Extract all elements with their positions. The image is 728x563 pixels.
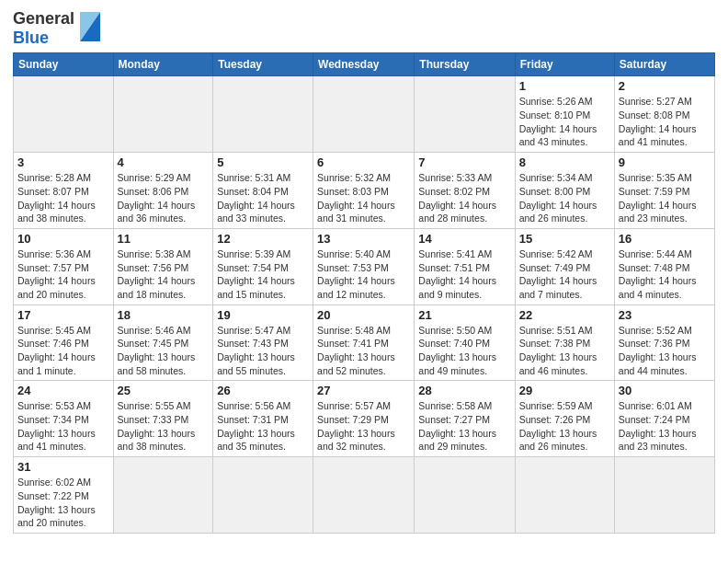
day-cell [614,457,714,534]
day-info: Sunrise: 5:29 AM Sunset: 8:06 PM Dayligh… [118,171,210,225]
day-cell: 7Sunrise: 5:33 AM Sunset: 8:02 PM Daylig… [415,153,515,229]
logo-blue: Blue [13,29,49,47]
day-info: Sunrise: 5:33 AM Sunset: 8:02 PM Dayligh… [418,171,510,225]
header-saturday: Saturday [614,53,714,76]
week-row-2: 3Sunrise: 5:28 AM Sunset: 8:07 PM Daylig… [14,153,715,229]
day-number: 12 [217,232,309,246]
day-number: 23 [619,308,711,322]
day-info: Sunrise: 5:28 AM Sunset: 8:07 PM Dayligh… [17,171,109,225]
day-info: Sunrise: 5:52 AM Sunset: 7:36 PM Dayligh… [619,324,711,378]
day-number: 29 [519,384,610,397]
logo-wordmark: General Blue [13,9,74,47]
day-cell: 18Sunrise: 5:46 AM Sunset: 7:45 PM Dayli… [113,304,213,381]
day-number: 27 [317,384,410,397]
day-info: Sunrise: 5:45 AM Sunset: 7:46 PM Dayligh… [17,324,109,378]
day-info: Sunrise: 5:35 AM Sunset: 7:59 PM Dayligh… [619,171,711,225]
day-number: 20 [317,308,410,322]
day-cell: 25Sunrise: 5:55 AM Sunset: 7:33 PM Dayli… [113,381,213,457]
header-sunday: Sunday [14,53,114,76]
day-number: 19 [217,308,309,322]
day-cell: 22Sunrise: 5:51 AM Sunset: 7:38 PM Dayli… [515,304,614,381]
day-cell: 26Sunrise: 5:56 AM Sunset: 7:31 PM Dayli… [213,381,313,457]
day-cell: 20Sunrise: 5:48 AM Sunset: 7:41 PM Dayli… [313,304,415,381]
day-number: 4 [118,155,210,169]
day-info: Sunrise: 5:44 AM Sunset: 7:48 PM Dayligh… [619,247,711,302]
day-cell: 3Sunrise: 5:28 AM Sunset: 8:07 PM Daylig… [14,153,114,229]
day-info: Sunrise: 5:57 AM Sunset: 7:29 PM Dayligh… [317,399,410,454]
day-number: 11 [118,232,210,246]
day-number: 17 [17,308,109,322]
day-cell: 28Sunrise: 5:58 AM Sunset: 7:27 PM Dayli… [415,381,515,457]
calendar-table: Sunday Monday Tuesday Wednesday Thursday… [13,52,715,534]
day-cell: 24Sunrise: 5:53 AM Sunset: 7:34 PM Dayli… [14,381,114,457]
day-info: Sunrise: 6:01 AM Sunset: 7:24 PM Dayligh… [619,399,711,454]
day-info: Sunrise: 5:46 AM Sunset: 7:45 PM Dayligh… [118,324,210,378]
day-number: 5 [217,155,309,169]
day-cell [213,457,313,534]
day-number: 18 [118,308,210,322]
day-cell: 16Sunrise: 5:44 AM Sunset: 7:48 PM Dayli… [614,228,714,304]
day-cell [313,457,415,534]
week-row-4: 17Sunrise: 5:45 AM Sunset: 7:46 PM Dayli… [14,304,715,381]
day-cell: 27Sunrise: 5:57 AM Sunset: 7:29 PM Dayli… [313,381,415,457]
week-row-6: 31Sunrise: 6:02 AM Sunset: 7:22 PM Dayli… [14,457,715,534]
day-number: 8 [519,155,610,169]
day-cell: 29Sunrise: 5:59 AM Sunset: 7:26 PM Dayli… [515,381,614,457]
day-number: 25 [118,384,210,397]
week-row-5: 24Sunrise: 5:53 AM Sunset: 7:34 PM Dayli… [14,381,715,457]
day-info: Sunrise: 5:58 AM Sunset: 7:27 PM Dayligh… [418,399,510,454]
day-info: Sunrise: 5:47 AM Sunset: 7:43 PM Dayligh… [217,324,309,378]
day-cell: 8Sunrise: 5:34 AM Sunset: 8:00 PM Daylig… [515,153,614,229]
day-cell: 11Sunrise: 5:38 AM Sunset: 7:56 PM Dayli… [113,228,213,304]
header-thursday: Thursday [415,53,515,76]
day-cell [515,457,614,534]
day-cell: 15Sunrise: 5:42 AM Sunset: 7:49 PM Dayli… [515,228,614,304]
day-number: 3 [17,155,109,169]
day-number: 1 [519,79,610,93]
day-info: Sunrise: 5:59 AM Sunset: 7:26 PM Dayligh… [519,399,610,454]
day-number: 14 [418,232,510,246]
day-cell: 21Sunrise: 5:50 AM Sunset: 7:40 PM Dayli… [415,304,515,381]
day-cell: 19Sunrise: 5:47 AM Sunset: 7:43 PM Dayli… [213,304,313,381]
day-number: 16 [619,232,711,246]
day-info: Sunrise: 5:56 AM Sunset: 7:31 PM Dayligh… [217,399,309,454]
day-cell: 5Sunrise: 5:31 AM Sunset: 8:04 PM Daylig… [213,153,313,229]
day-number: 28 [418,384,510,397]
day-number: 13 [317,232,410,246]
day-number: 15 [519,232,610,246]
day-info: Sunrise: 6:02 AM Sunset: 7:22 PM Dayligh… [17,476,109,530]
day-cell: 10Sunrise: 5:36 AM Sunset: 7:57 PM Dayli… [14,228,114,304]
week-row-3: 10Sunrise: 5:36 AM Sunset: 7:57 PM Dayli… [14,228,715,304]
day-cell: 31Sunrise: 6:02 AM Sunset: 7:22 PM Dayli… [14,457,114,534]
day-number: 30 [619,384,711,397]
day-cell: 14Sunrise: 5:41 AM Sunset: 7:51 PM Dayli… [415,228,515,304]
day-number: 26 [217,384,309,397]
day-number: 10 [17,232,109,246]
day-info: Sunrise: 5:38 AM Sunset: 7:56 PM Dayligh… [118,247,210,302]
day-cell: 2Sunrise: 5:27 AM Sunset: 8:08 PM Daylig… [614,76,714,153]
day-info: Sunrise: 5:55 AM Sunset: 7:33 PM Dayligh… [118,399,210,454]
day-info: Sunrise: 5:51 AM Sunset: 7:38 PM Dayligh… [519,324,610,378]
day-cell: 6Sunrise: 5:32 AM Sunset: 8:03 PM Daylig… [313,153,415,229]
day-info: Sunrise: 5:41 AM Sunset: 7:51 PM Dayligh… [418,247,510,302]
day-cell [113,457,213,534]
day-info: Sunrise: 5:42 AM Sunset: 7:49 PM Dayligh… [519,247,610,302]
header-monday: Monday [113,53,213,76]
logo-general: General [13,9,74,28]
day-info: Sunrise: 5:31 AM Sunset: 8:04 PM Dayligh… [217,171,309,225]
day-cell [113,76,213,153]
day-number: 24 [17,384,109,397]
day-cell: 23Sunrise: 5:52 AM Sunset: 7:36 PM Dayli… [614,304,714,381]
day-number: 21 [418,308,510,322]
header-friday: Friday [515,53,614,76]
day-cell: 17Sunrise: 5:45 AM Sunset: 7:46 PM Dayli… [14,304,114,381]
day-info: Sunrise: 5:34 AM Sunset: 8:00 PM Dayligh… [519,171,610,225]
day-cell: 12Sunrise: 5:39 AM Sunset: 7:54 PM Dayli… [213,228,313,304]
day-info: Sunrise: 5:48 AM Sunset: 7:41 PM Dayligh… [317,324,410,378]
day-number: 7 [418,155,510,169]
day-cell: 30Sunrise: 6:01 AM Sunset: 7:24 PM Dayli… [614,381,714,457]
day-cell [415,76,515,153]
day-cell [313,76,415,153]
day-cell: 9Sunrise: 5:35 AM Sunset: 7:59 PM Daylig… [614,153,714,229]
header-wednesday: Wednesday [313,53,415,76]
